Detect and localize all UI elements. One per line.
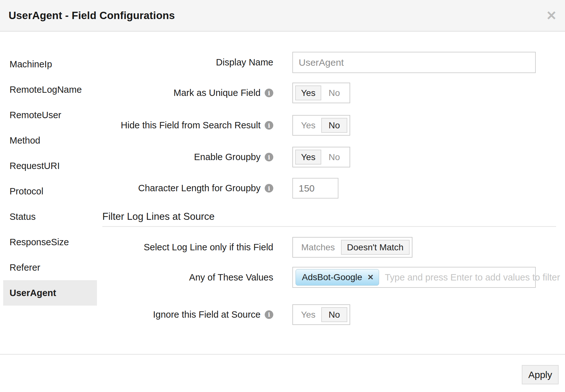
display-name-input[interactable] xyxy=(292,52,536,73)
apply-button[interactable]: Apply xyxy=(522,365,559,384)
unique-field-label-text: Mark as Unique Field xyxy=(174,88,261,98)
enable-groupby-no-option[interactable]: No xyxy=(321,150,347,165)
close-icon[interactable]: ✕ xyxy=(546,0,557,31)
hide-field-label: Hide this Field from Search Result i xyxy=(0,115,273,136)
hide-field-no-option[interactable]: No xyxy=(321,118,347,133)
filter-values-label: Any of These Values xyxy=(0,267,273,288)
filter-values-placeholder: Type and press Enter to add values to fi… xyxy=(385,272,560,283)
unique-field-no-option[interactable]: No xyxy=(321,85,347,100)
hide-field-yes-option[interactable]: Yes xyxy=(295,118,321,133)
match-mode-label: Select Log Line only if this Field xyxy=(0,237,273,257)
filter-value-tag-text: AdsBot-Google xyxy=(302,272,362,282)
match-mode-matches-option[interactable]: Matches xyxy=(295,240,341,255)
hide-field-label-text: Hide this Field from Search Result xyxy=(121,120,261,131)
filter-values-label-text: Any of These Values xyxy=(189,272,273,283)
filter-value-tag: AdsBot-Google ✕ xyxy=(296,269,379,286)
ignore-field-toggle: Yes No xyxy=(292,304,350,325)
field-configurations-modal: UserAgent - Field Configurations ✕ Machi… xyxy=(0,0,565,392)
ignore-field-no-option[interactable]: No xyxy=(321,307,347,322)
match-mode-toggle: Matches Doesn't Match xyxy=(292,237,412,258)
unique-field-yes-option[interactable]: Yes xyxy=(295,85,321,100)
groupby-length-label-text: Character Length for Groupby xyxy=(138,183,261,193)
groupby-length-input[interactable] xyxy=(292,178,338,199)
remove-tag-icon[interactable]: ✕ xyxy=(367,273,374,282)
enable-groupby-label: Enable Groupby i xyxy=(0,147,273,167)
display-name-label-text: Display Name xyxy=(216,57,274,68)
enable-groupby-toggle: Yes No xyxy=(292,147,350,167)
sidebar-item-status[interactable]: Status xyxy=(3,204,97,229)
modal-title: UserAgent - Field Configurations xyxy=(9,0,175,31)
ignore-field-yes-option[interactable]: Yes xyxy=(295,307,321,322)
hide-field-toggle: Yes No xyxy=(292,115,350,136)
filter-values-input[interactable]: AdsBot-Google ✕ Type and press Enter to … xyxy=(292,267,536,288)
enable-groupby-yes-option[interactable]: Yes xyxy=(295,150,321,165)
info-icon[interactable]: i xyxy=(265,153,273,161)
footer-divider xyxy=(0,354,565,355)
ignore-field-label: Ignore this Field at Source i xyxy=(0,304,273,325)
unique-field-label: Mark as Unique Field i xyxy=(0,83,273,103)
groupby-length-label: Character Length for Groupby i xyxy=(0,178,273,199)
info-icon[interactable]: i xyxy=(265,184,273,193)
info-icon[interactable]: i xyxy=(265,310,273,319)
enable-groupby-label-text: Enable Groupby xyxy=(194,152,261,162)
display-name-label: Display Name xyxy=(0,52,273,73)
unique-field-toggle: Yes No xyxy=(292,83,350,103)
info-icon[interactable]: i xyxy=(265,89,273,97)
info-icon[interactable]: i xyxy=(265,121,273,130)
ignore-field-label-text: Ignore this Field at Source xyxy=(153,309,261,320)
match-mode-doesnt-match-option[interactable]: Doesn't Match xyxy=(341,240,410,255)
match-mode-label-text: Select Log Line only if this Field xyxy=(144,242,273,253)
filter-section-heading: Filter Log Lines at Source xyxy=(102,211,214,222)
modal-header: UserAgent - Field Configurations ✕ xyxy=(0,0,565,32)
section-divider xyxy=(102,226,556,227)
